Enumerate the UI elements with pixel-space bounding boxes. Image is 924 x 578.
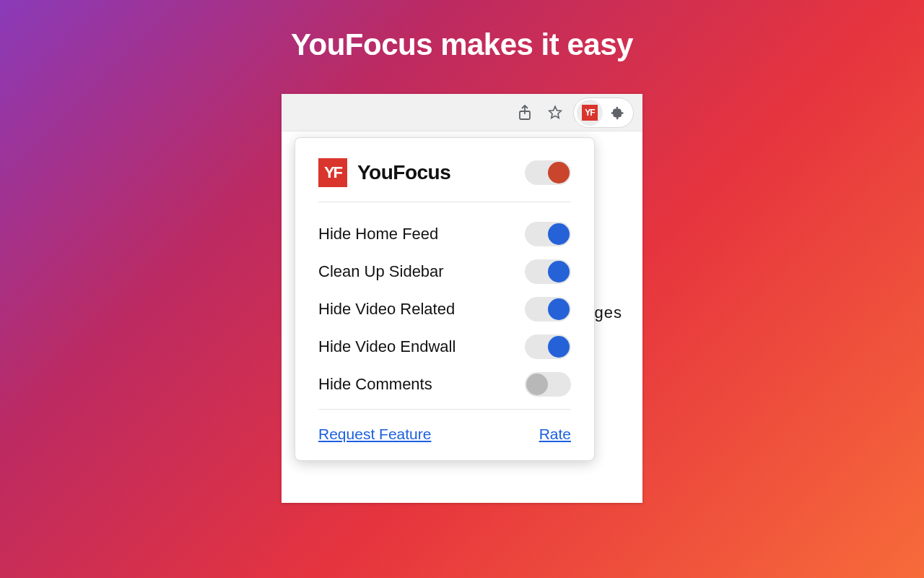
- extensions-cluster: [573, 98, 634, 128]
- browser-toolbar: [282, 94, 642, 131]
- option-hide-home-feed: Hide Home Feed: [318, 215, 571, 253]
- master-toggle[interactable]: [525, 160, 571, 185]
- hero-title: YouFocus makes it easy: [0, 27, 924, 62]
- share-icon[interactable]: [513, 100, 537, 125]
- option-clean-up-sidebar: Clean Up Sidebar: [318, 253, 571, 290]
- option-hide-comments: Hide Comments: [318, 366, 571, 403]
- extensions-puzzle-icon[interactable]: [604, 100, 630, 126]
- toggle-hide-comments[interactable]: [525, 372, 571, 397]
- rate-link[interactable]: Rate: [539, 426, 571, 443]
- toggle-hide-video-endwall[interactable]: [525, 335, 571, 359]
- option-hide-video-related: Hide Video Related: [318, 290, 571, 328]
- option-label: Clean Up Sidebar: [318, 262, 444, 281]
- popup-header: YouFocus: [318, 158, 571, 202]
- popup-brand: YouFocus: [318, 158, 450, 187]
- toggle-hide-home-feed[interactable]: [525, 222, 571, 246]
- toggle-hide-video-related[interactable]: [525, 297, 571, 322]
- youfocus-logo-icon: [318, 158, 347, 187]
- popup-footer: Request Feature Rate: [318, 410, 571, 443]
- option-label: Hide Video Related: [318, 300, 455, 319]
- option-label: Hide Video Endwall: [318, 337, 456, 356]
- toggle-clean-up-sidebar[interactable]: [525, 259, 571, 284]
- browser-screenshot-frame: ges YouFocus Hide Home Feed Clean Up Sid…: [282, 94, 642, 503]
- option-label: Hide Comments: [318, 375, 432, 394]
- options-list: Hide Home Feed Clean Up Sidebar Hide Vid…: [318, 202, 571, 410]
- extension-popup: YouFocus Hide Home Feed Clean Up Sidebar…: [295, 137, 595, 461]
- youfocus-extension-icon[interactable]: [577, 100, 603, 126]
- popup-title: YouFocus: [357, 161, 450, 184]
- background-text-fragment: ges: [595, 303, 622, 322]
- bookmark-star-icon[interactable]: [543, 100, 567, 125]
- request-feature-link[interactable]: Request Feature: [318, 426, 431, 443]
- option-label: Hide Home Feed: [318, 225, 438, 243]
- option-hide-video-endwall: Hide Video Endwall: [318, 328, 571, 366]
